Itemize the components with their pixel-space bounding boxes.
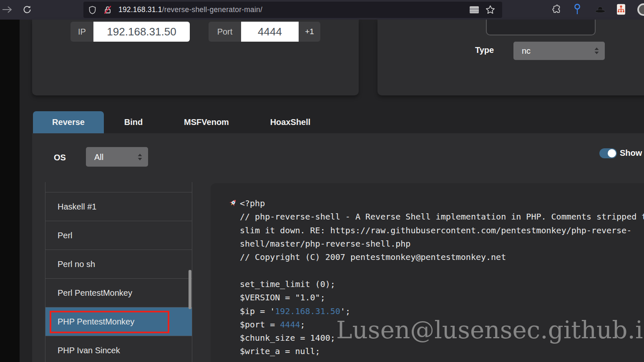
url-bar[interactable]: 192.168.31.1/reverse-shell-generator-mai… xyxy=(83,2,502,18)
select-arrows-icon xyxy=(137,153,143,161)
code-line: // php-reverse-shell - A Reverse Shell i… xyxy=(240,210,644,223)
listener-command-box xyxy=(486,20,596,35)
connection-card: IP 192.168.31.50 Port 4444 +1 xyxy=(32,20,359,95)
code-line: slim it down. RE: https://raw.githubuser… xyxy=(240,224,644,237)
browser-window: 192.168.31.1/reverse-shell-generator-mai… xyxy=(0,0,644,362)
payload-item-label: PHP PentestMonkey xyxy=(45,317,134,327)
select-arrows-icon xyxy=(594,47,599,55)
tab-hoaxshell[interactable]: HoaxShell xyxy=(249,111,332,133)
port-input[interactable]: 4444 xyxy=(241,22,299,42)
reader-mode-icon[interactable] xyxy=(469,6,479,14)
os-label: OS xyxy=(54,153,66,162)
extensions-puzzle-icon[interactable] xyxy=(551,4,561,15)
ip-label: IP xyxy=(70,22,93,42)
type-select[interactable]: nc xyxy=(513,42,605,60)
os-select[interactable]: All xyxy=(86,147,148,167)
code-line: $VERSION = "1.0"; xyxy=(240,291,644,304)
hat-extension-icon[interactable] xyxy=(594,5,606,14)
payload-item-label: PHP Ivan Sincek xyxy=(45,346,120,355)
code-line: $write_a = null; xyxy=(240,345,644,358)
port-increment-button[interactable]: +1 xyxy=(299,22,320,42)
show-advanced-label: Show A xyxy=(620,148,644,158)
payload-item[interactable]: Perl PentestMonkey xyxy=(45,278,192,307)
url-domain: 192.168.31.1 xyxy=(118,5,162,14)
ip-input[interactable]: 192.168.31.50 xyxy=(93,22,190,42)
bookmark-star-icon[interactable] xyxy=(485,5,496,15)
code-line: set_time_limit (0); xyxy=(240,277,644,291)
tab-bar: ReverseBindMSFVenomHoaxShell xyxy=(0,111,644,133)
proxy-tree-extension-icon[interactable] xyxy=(616,4,626,15)
payload-item[interactable]: Perl xyxy=(45,221,192,250)
payload-item-label: Perl no sh xyxy=(45,260,95,269)
code-line xyxy=(240,264,644,277)
insecure-lock-icon[interactable] xyxy=(103,5,113,15)
payload-item[interactable]: Haskell #1 xyxy=(45,192,192,221)
url-text: 192.168.31.1/reverse-shell-generator-mai… xyxy=(118,5,262,14)
pin-extension-icon[interactable] xyxy=(572,3,582,15)
code-line: <?php xyxy=(240,197,644,210)
profile-circle-icon[interactable] xyxy=(637,3,644,16)
url-path: /reverse-shell-generator-main/ xyxy=(162,5,262,14)
port-label: Port xyxy=(209,22,241,42)
payload-item-label: Perl PentestMonkey xyxy=(45,288,132,298)
os-select-value: All xyxy=(94,152,103,162)
payload-list: Haskell #1PerlPerl no shPerl PentestMonk… xyxy=(45,182,192,362)
tab-bind[interactable]: Bind xyxy=(106,111,161,133)
payload-item[interactable]: PHP Ivan Sincek xyxy=(45,336,192,362)
payload-item[interactable]: Perl no sh xyxy=(45,250,192,278)
type-select-value: nc xyxy=(522,46,531,56)
tab-content: OS All Show A Haskell #1PerlPerl no shPe… xyxy=(32,133,644,362)
code-line: shell/master/php-reverse-shell.php xyxy=(240,237,644,250)
code-line: // Copyright (C) 2007 pentestmonkey@pent… xyxy=(240,250,644,264)
type-label: Type xyxy=(475,45,494,55)
shield-icon[interactable] xyxy=(88,5,97,15)
payload-item[interactable]: PHP PentestMonkey xyxy=(45,307,192,336)
watermark: Lusen@lusensec.github.io xyxy=(336,316,644,344)
tab-reverse[interactable]: Reverse xyxy=(33,111,104,133)
toggle-knob xyxy=(608,149,616,157)
left-strip xyxy=(0,20,20,362)
rocket-icon xyxy=(228,198,238,208)
show-advanced-toggle[interactable] xyxy=(599,148,617,158)
list-scrollbar-thumb[interactable] xyxy=(189,270,191,309)
reload-icon[interactable] xyxy=(22,5,32,15)
payload-item-label: Haskell #1 xyxy=(45,202,96,212)
listener-card: Type nc xyxy=(377,20,644,95)
tab-msfvenom[interactable]: MSFVenom xyxy=(165,111,248,133)
payload-item-label: Perl xyxy=(45,231,73,240)
forward-icon[interactable] xyxy=(2,5,13,15)
browser-toolbar: 192.168.31.1/reverse-shell-generator-mai… xyxy=(0,0,644,20)
